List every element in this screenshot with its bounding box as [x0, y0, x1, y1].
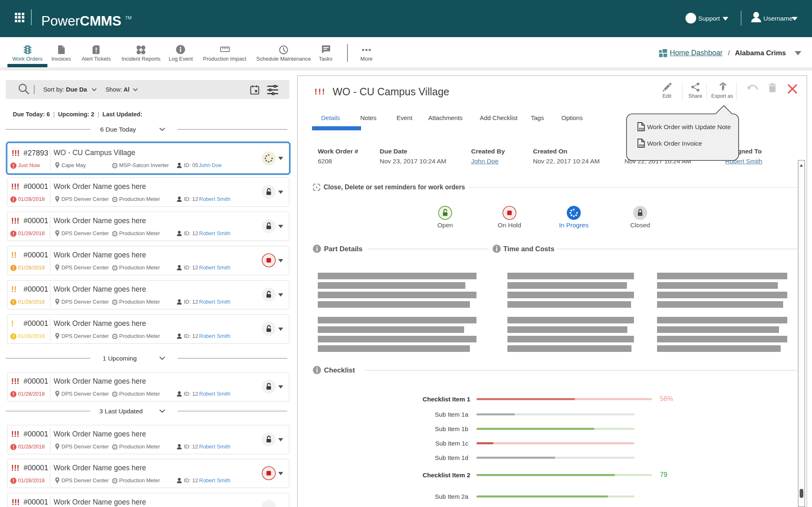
svg-text:PDF: PDF — [639, 127, 644, 130]
svg-text:PDF: PDF — [639, 144, 644, 147]
